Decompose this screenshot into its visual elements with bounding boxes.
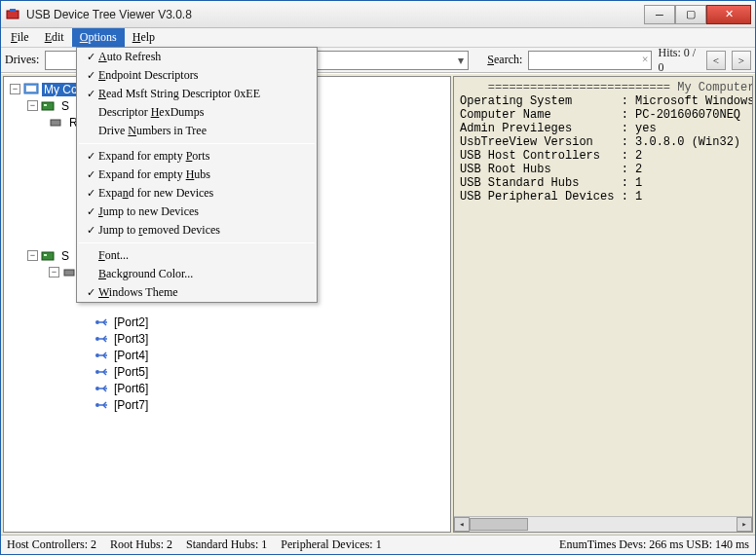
status-bar: Host Controllers: 2 Root Hubs: 2 Standar… (1, 535, 755, 554)
collapse-icon[interactable]: − (10, 84, 20, 94)
menu-option[interactable]: Descriptor HexDumps (77, 103, 317, 122)
title-bar: USB Device Tree Viewer V3.0.8 ─ ▢ ✕ (1, 1, 755, 28)
menu-option[interactable]: ✓Windows Theme (77, 283, 317, 302)
close-button[interactable]: ✕ (706, 5, 751, 24)
menu-option-label: Expand for empty Hubs (98, 167, 210, 182)
tree-port-label: [Port3] (112, 332, 150, 346)
checkmark-icon: ✓ (83, 51, 98, 63)
svg-rect-6 (51, 120, 60, 126)
usb-port-icon (94, 382, 109, 395)
menu-option[interactable]: Font... (77, 246, 317, 265)
scroll-left-icon[interactable]: ◂ (454, 517, 470, 532)
tree-port-label: [Port4] (112, 349, 150, 362)
menu-file[interactable]: File (3, 28, 37, 47)
tree-port[interactable]: [Port5] (6, 363, 448, 380)
tree-port[interactable]: [Port4] (6, 347, 448, 363)
menu-option-label: Windows Theme (98, 285, 178, 300)
menu-option-label: Descriptor HexDumps (98, 105, 204, 120)
menu-option-label: Endpoint Descriptors (98, 68, 198, 83)
controller-icon (41, 249, 57, 263)
checkmark-icon: ✓ (83, 88, 98, 100)
menu-option[interactable]: ✓Jump to removed Devices (77, 221, 317, 240)
details-line: USB Root Hubs : 2 (460, 163, 746, 176)
svg-rect-1 (10, 9, 16, 12)
menu-option[interactable]: ✓Auto Refresh (77, 48, 317, 66)
menu-option[interactable]: ✓Endpoint Descriptors (77, 66, 317, 85)
checkmark-icon: ✓ (83, 187, 98, 200)
checkmark-icon: ✓ (83, 69, 98, 82)
collapse-icon[interactable]: − (27, 100, 38, 111)
device-combo[interactable] (313, 51, 469, 70)
details-line: USB Peripheral Devices : 1 (460, 190, 746, 204)
window-title: USB Device Tree Viewer V3.0.8 (26, 8, 644, 21)
menu-bar: File Edit Options Help (1, 28, 755, 48)
menu-option[interactable]: ✓Read Msft String Descriptor 0xEE (77, 85, 317, 103)
horizontal-scrollbar[interactable]: ◂ ▸ (454, 516, 752, 532)
tree-item-label: S (59, 249, 71, 263)
tree-root-label: My Co (42, 83, 80, 96)
tree-port[interactable]: [Port7] (6, 396, 448, 413)
search-input[interactable]: × (528, 51, 652, 70)
menu-option-label: Expand for empty Ports (98, 149, 209, 164)
tree-port[interactable]: [Port6] (6, 380, 448, 396)
tree-port-label: [Port6] (112, 382, 150, 395)
checkmark-icon: ✓ (83, 205, 98, 218)
svg-rect-7 (42, 252, 54, 260)
svg-point-18 (95, 353, 99, 357)
usb-port-icon (94, 349, 109, 362)
details-line: Operating System : Microsoft Windows (460, 94, 746, 108)
computer-icon (23, 83, 39, 96)
svg-rect-8 (44, 254, 47, 256)
hub-icon (49, 116, 64, 130)
app-icon (5, 7, 20, 22)
menu-option[interactable]: ✓Expand for empty Hubs (77, 166, 317, 184)
collapse-icon[interactable]: − (27, 250, 38, 261)
details-line: UsbTreeView Version : 3.0.8.0 (Win32) (460, 135, 746, 149)
checkmark-icon: ✓ (83, 224, 98, 237)
scroll-right-icon[interactable]: ▸ (737, 517, 752, 532)
drives-label: Drives: (5, 53, 39, 67)
usb-port-icon (94, 332, 109, 346)
tree-port-label: [Port5] (112, 365, 150, 379)
options-dropdown[interactable]: ✓Auto Refresh✓Endpoint Descriptors✓Read … (76, 47, 318, 303)
menu-option[interactable]: ✓Expand for new Devices (77, 184, 317, 203)
checkmark-icon: ✓ (83, 286, 98, 299)
menu-option[interactable]: ✓Jump to new Devices (77, 203, 317, 221)
clear-search-icon[interactable]: × (642, 53, 649, 67)
menu-options[interactable]: Options (72, 28, 125, 47)
checkmark-icon: ✓ (83, 150, 98, 163)
details-line: Computer Name : PC-201606070NEQ (460, 108, 746, 122)
menu-option[interactable]: Background Color... (77, 265, 317, 283)
svg-rect-0 (7, 11, 19, 18)
tree-port[interactable]: [Port2] (6, 314, 448, 330)
status-periph: Peripheral Devices: 1 (281, 537, 381, 552)
menu-option[interactable]: Drive Numbers in Tree (77, 122, 317, 140)
menu-option-label: Auto Refresh (98, 50, 161, 64)
usb-port-icon (94, 365, 109, 379)
svg-point-10 (95, 320, 99, 324)
menu-option-label: Background Color... (98, 267, 193, 281)
tree-item-label: S (59, 99, 71, 113)
svg-point-30 (95, 403, 99, 407)
status-host: Host Controllers: 2 (7, 537, 96, 552)
details-pane[interactable]: ========================== My Computer O… (453, 76, 753, 533)
usb-port-icon (94, 315, 109, 329)
next-hit-button[interactable]: > (732, 51, 751, 70)
menu-option[interactable]: ✓Expand for empty Ports (77, 147, 317, 166)
menu-option-label: Jump to new Devices (98, 204, 199, 219)
status-root: Root Hubs: 2 (110, 537, 172, 552)
tree-port-label: [Port7] (112, 398, 150, 412)
menu-option-label: Jump to removed Devices (98, 223, 220, 238)
menu-option-label: Read Msft String Descriptor 0xEE (98, 87, 260, 101)
scrollbar-thumb[interactable] (470, 518, 528, 531)
maximize-button[interactable]: ▢ (675, 5, 706, 24)
svg-point-22 (95, 370, 99, 374)
collapse-icon[interactable]: − (49, 267, 59, 278)
menu-edit[interactable]: Edit (37, 28, 72, 47)
tree-port[interactable]: [Port3] (6, 330, 448, 347)
menu-option-label: Drive Numbers in Tree (98, 124, 207, 138)
prev-hit-button[interactable]: < (706, 51, 726, 70)
status-enum: EnumTimes Devs: 266 ms USB: 140 ms (559, 537, 749, 552)
menu-help[interactable]: Help (125, 28, 163, 47)
minimize-button[interactable]: ─ (644, 5, 675, 24)
